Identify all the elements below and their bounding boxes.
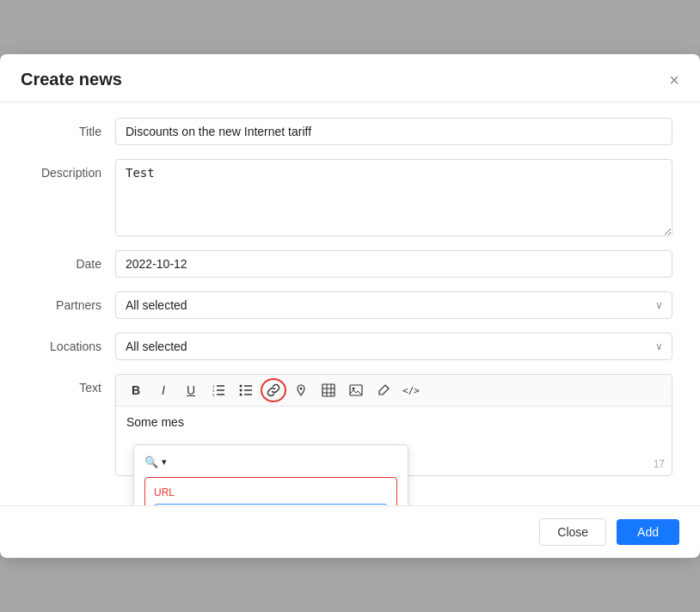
modal-footer: Close Add: [0, 505, 700, 558]
locations-select-wrapper: All selected ∨: [115, 333, 672, 360]
text-row: Text B I U 1.2.3.: [0, 374, 693, 476]
svg-point-19: [353, 388, 355, 390]
title-label: Title: [21, 118, 115, 138]
svg-point-11: [240, 394, 243, 396]
ordered-list-button[interactable]: 1.2.3.: [206, 378, 231, 402]
svg-point-10: [240, 389, 243, 392]
editor-toolbar: B I U 1.2.3.: [116, 375, 672, 407]
locations-label: Locations: [21, 333, 115, 353]
date-input[interactable]: [115, 250, 672, 278]
footer-add-button[interactable]: Add: [617, 519, 679, 545]
italic-button[interactable]: I: [150, 378, 176, 402]
char-count: 17: [654, 458, 665, 470]
partners-label: Partners: [21, 291, 115, 312]
create-news-modal: Create news × Title Description Test Dat…: [0, 54, 700, 558]
svg-point-9: [240, 385, 243, 388]
modal-header: Create news ×: [0, 54, 700, 102]
bold-button[interactable]: B: [123, 378, 149, 402]
date-row: Date: [0, 250, 693, 278]
footer-close-button[interactable]: Close: [539, 518, 606, 546]
link-button[interactable]: [261, 378, 286, 402]
search-icon: 🔍: [144, 456, 158, 468]
partners-row: Partners All selected ∨: [0, 291, 693, 319]
color-button[interactable]: [288, 378, 314, 402]
brush-button[interactable]: [371, 378, 396, 402]
description-row: Description Test: [0, 159, 693, 236]
partners-select[interactable]: All selected: [115, 291, 672, 319]
locations-row: Locations All selected ∨: [0, 333, 693, 360]
search-dropdown-icon[interactable]: ▾: [162, 456, 167, 468]
title-row: Title: [0, 118, 693, 145]
description-label: Description: [21, 159, 115, 180]
text-label: Text: [21, 374, 115, 395]
editor-text: Some mes: [126, 415, 184, 429]
partners-select-wrapper: All selected ∨: [115, 291, 672, 319]
modal-overlay: Create news × Title Description Test Dat…: [0, 0, 700, 612]
modal-body: Title Description Test Date Partners All…: [0, 102, 700, 505]
url-label: URL: [154, 487, 388, 499]
date-label: Date: [21, 250, 115, 271]
url-section: URL Text website Open in new tab: [144, 477, 397, 505]
locations-select[interactable]: All selected: [115, 333, 672, 360]
underline-button[interactable]: U: [178, 378, 204, 402]
table-button[interactable]: [316, 378, 341, 402]
unordered-list-button[interactable]: [233, 378, 259, 402]
svg-point-12: [300, 388, 303, 390]
svg-text:3.: 3.: [212, 393, 215, 396]
code-button[interactable]: </>: [398, 378, 424, 402]
url-input[interactable]: [154, 504, 388, 505]
image-button[interactable]: [343, 378, 369, 402]
svg-rect-13: [322, 384, 335, 396]
text-editor-wrapper: B I U 1.2.3.: [115, 374, 672, 476]
link-popup: 🔍 ▾ URL Text website: [133, 444, 408, 505]
modal-title: Create news: [21, 70, 122, 89]
link-search-row: 🔍 ▾: [144, 456, 397, 468]
editor-content[interactable]: Some mes 17 🔍 ▾ URL: [116, 407, 672, 475]
title-input[interactable]: [115, 118, 672, 145]
close-button[interactable]: ×: [669, 71, 679, 89]
description-textarea[interactable]: Test: [115, 159, 672, 236]
